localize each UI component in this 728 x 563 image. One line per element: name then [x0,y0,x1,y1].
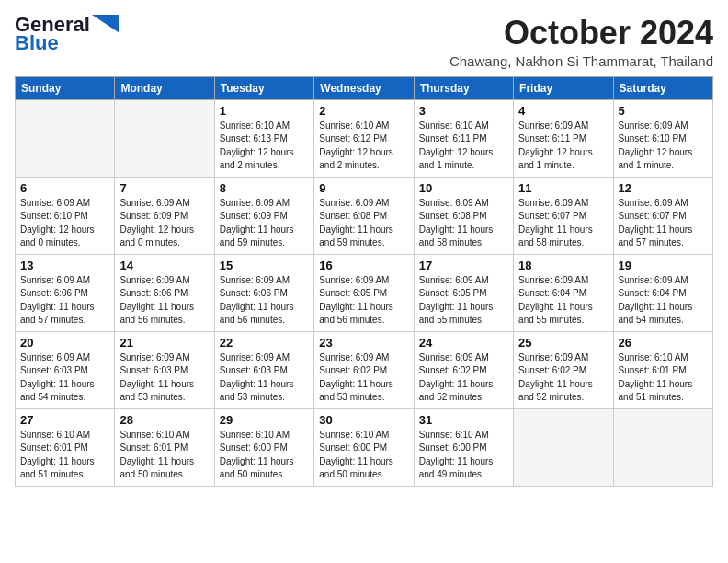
day-number: 28 [119,413,209,427]
day-number: 21 [119,336,209,350]
calendar-week-1: 1Sunrise: 6:10 AMSunset: 6:13 PMDaylight… [16,99,713,177]
logo: General Blue [15,15,119,53]
calendar-cell: 11Sunrise: 6:09 AMSunset: 6:07 PMDayligh… [514,177,613,254]
day-number: 9 [319,181,408,195]
day-number: 4 [518,104,608,118]
calendar-cell: 9Sunrise: 6:09 AMSunset: 6:08 PMDaylight… [314,177,414,254]
calendar-week-4: 20Sunrise: 6:09 AMSunset: 6:03 PMDayligh… [16,331,713,408]
cell-info-text: Sunrise: 6:09 AMSunset: 6:03 PMDaylight:… [20,351,109,405]
cell-info-text: Sunrise: 6:10 AMSunset: 6:01 PMDaylight:… [619,351,708,405]
cell-info-text: Sunrise: 6:09 AMSunset: 6:09 PMDaylight:… [220,197,309,250]
cell-info-text: Sunrise: 6:09 AMSunset: 6:05 PMDaylight:… [419,274,508,327]
cell-info-text: Sunrise: 6:09 AMSunset: 6:09 PMDaylight:… [119,197,209,250]
cell-info-text: Sunrise: 6:10 AMSunset: 6:12 PMDaylight:… [319,120,408,173]
cell-info-text: Sunrise: 6:09 AMSunset: 6:03 PMDaylight:… [220,351,309,405]
calendar-cell: 25Sunrise: 6:09 AMSunset: 6:02 PMDayligh… [514,331,613,408]
day-header-friday: Friday [514,76,613,99]
calendar-cell: 30Sunrise: 6:10 AMSunset: 6:00 PMDayligh… [314,408,414,486]
day-number: 23 [319,336,408,350]
day-number: 31 [419,413,508,427]
day-number: 30 [319,413,408,427]
calendar-cell [613,408,712,486]
day-number: 14 [119,259,209,272]
calendar-cell: 7Sunrise: 6:09 AMSunset: 6:09 PMDaylight… [115,177,214,254]
cell-info-text: Sunrise: 6:10 AMSunset: 6:00 PMDaylight:… [419,429,508,482]
day-number: 22 [220,336,309,350]
cell-info-text: Sunrise: 6:09 AMSunset: 6:04 PMDaylight:… [619,274,708,327]
day-header-thursday: Thursday [414,76,513,99]
calendar-cell: 6Sunrise: 6:09 AMSunset: 6:10 PMDaylight… [16,177,115,254]
day-number: 19 [619,259,708,272]
page-header: General Blue October 2024 Chawang, Nakho… [15,15,713,69]
calendar-cell: 22Sunrise: 6:09 AMSunset: 6:03 PMDayligh… [214,331,313,408]
calendar-cell: 20Sunrise: 6:09 AMSunset: 6:03 PMDayligh… [16,331,115,408]
month-year-title: October 2024 [449,15,713,52]
day-number: 5 [619,104,708,118]
day-number: 1 [220,104,309,118]
day-number: 10 [419,181,508,195]
day-number: 20 [20,336,109,350]
day-header-saturday: Saturday [613,76,712,99]
day-number: 7 [119,181,209,195]
logo-blue: Blue [15,33,59,53]
day-number: 2 [319,104,408,118]
calendar-week-3: 13Sunrise: 6:09 AMSunset: 6:06 PMDayligh… [16,254,713,331]
location-subtitle: Chawang, Nakhon Si Thammarat, Thailand [449,53,713,69]
cell-info-text: Sunrise: 6:09 AMSunset: 6:10 PMDaylight:… [20,197,109,250]
cell-info-text: Sunrise: 6:09 AMSunset: 6:08 PMDaylight:… [419,197,508,250]
cell-info-text: Sunrise: 6:09 AMSunset: 6:08 PMDaylight:… [319,197,408,250]
calendar-week-5: 27Sunrise: 6:10 AMSunset: 6:01 PMDayligh… [16,408,713,486]
cell-info-text: Sunrise: 6:09 AMSunset: 6:07 PMDaylight:… [518,197,608,250]
calendar-cell: 24Sunrise: 6:09 AMSunset: 6:02 PMDayligh… [414,331,513,408]
title-block: October 2024 Chawang, Nakhon Si Thammara… [449,15,713,69]
calendar-cell: 2Sunrise: 6:10 AMSunset: 6:12 PMDaylight… [314,99,414,177]
cell-info-text: Sunrise: 6:10 AMSunset: 6:01 PMDaylight:… [20,429,109,482]
calendar-cell: 28Sunrise: 6:10 AMSunset: 6:01 PMDayligh… [115,408,214,486]
svg-marker-0 [92,15,119,33]
cell-info-text: Sunrise: 6:09 AMSunset: 6:03 PMDaylight:… [119,351,209,405]
calendar-cell: 26Sunrise: 6:10 AMSunset: 6:01 PMDayligh… [613,331,712,408]
calendar-cell: 8Sunrise: 6:09 AMSunset: 6:09 PMDaylight… [214,177,313,254]
day-number: 12 [619,181,708,195]
day-number: 8 [220,181,309,195]
calendar-cell: 19Sunrise: 6:09 AMSunset: 6:04 PMDayligh… [613,254,712,331]
calendar-header-row: SundayMondayTuesdayWednesdayThursdayFrid… [16,76,713,99]
calendar-cell: 14Sunrise: 6:09 AMSunset: 6:06 PMDayligh… [115,254,214,331]
day-number: 24 [419,336,508,350]
cell-info-text: Sunrise: 6:09 AMSunset: 6:04 PMDaylight:… [518,274,608,327]
cell-info-text: Sunrise: 6:09 AMSunset: 6:10 PMDaylight:… [619,120,708,173]
cell-info-text: Sunrise: 6:09 AMSunset: 6:06 PMDaylight:… [119,274,209,327]
day-number: 15 [220,259,309,272]
calendar-cell [115,99,214,177]
calendar-week-2: 6Sunrise: 6:09 AMSunset: 6:10 PMDaylight… [16,177,713,254]
day-header-monday: Monday [115,76,214,99]
calendar-table: SundayMondayTuesdayWednesdayThursdayFrid… [15,76,713,487]
calendar-cell [16,99,115,177]
logo-arrow-icon [92,15,119,33]
calendar-cell: 5Sunrise: 6:09 AMSunset: 6:10 PMDaylight… [613,99,712,177]
day-number: 16 [319,259,408,272]
day-number: 13 [20,259,109,272]
calendar-cell [514,408,613,486]
calendar-cell: 3Sunrise: 6:10 AMSunset: 6:11 PMDaylight… [414,99,513,177]
cell-info-text: Sunrise: 6:09 AMSunset: 6:06 PMDaylight:… [220,274,309,327]
calendar-cell: 18Sunrise: 6:09 AMSunset: 6:04 PMDayligh… [514,254,613,331]
day-number: 25 [518,336,608,350]
cell-info-text: Sunrise: 6:10 AMSunset: 6:11 PMDaylight:… [419,120,508,173]
day-header-tuesday: Tuesday [214,76,313,99]
cell-info-text: Sunrise: 6:09 AMSunset: 6:02 PMDaylight:… [319,351,408,405]
calendar-cell: 10Sunrise: 6:09 AMSunset: 6:08 PMDayligh… [414,177,513,254]
calendar-cell: 21Sunrise: 6:09 AMSunset: 6:03 PMDayligh… [115,331,214,408]
calendar-cell: 12Sunrise: 6:09 AMSunset: 6:07 PMDayligh… [613,177,712,254]
cell-info-text: Sunrise: 6:09 AMSunset: 6:02 PMDaylight:… [518,351,608,405]
cell-info-text: Sunrise: 6:10 AMSunset: 6:01 PMDaylight:… [119,429,209,482]
calendar-cell: 29Sunrise: 6:10 AMSunset: 6:00 PMDayligh… [214,408,313,486]
calendar-cell: 4Sunrise: 6:09 AMSunset: 6:11 PMDaylight… [514,99,613,177]
cell-info-text: Sunrise: 6:09 AMSunset: 6:11 PMDaylight:… [518,120,608,173]
calendar-cell: 1Sunrise: 6:10 AMSunset: 6:13 PMDaylight… [214,99,313,177]
cell-info-text: Sunrise: 6:10 AMSunset: 6:00 PMDaylight:… [220,429,309,482]
day-number: 29 [220,413,309,427]
cell-info-text: Sunrise: 6:09 AMSunset: 6:02 PMDaylight:… [419,351,508,405]
calendar-cell: 17Sunrise: 6:09 AMSunset: 6:05 PMDayligh… [414,254,513,331]
cell-info-text: Sunrise: 6:09 AMSunset: 6:05 PMDaylight:… [319,274,408,327]
